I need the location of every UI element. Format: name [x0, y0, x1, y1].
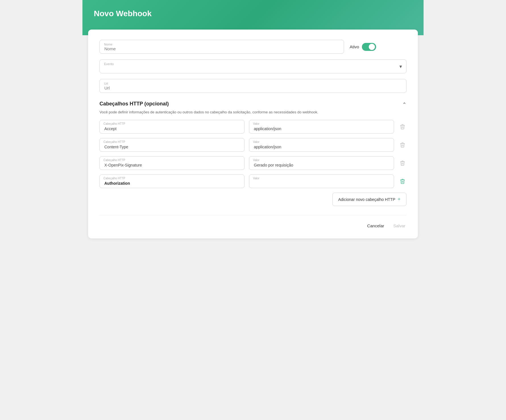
header-key-input-2[interactable] — [99, 138, 244, 152]
header-key-input-3[interactable] — [99, 156, 244, 170]
header-value-input-4[interactable] — [249, 174, 394, 188]
header-row-3: Cabeçalho HTTP Valor — [99, 156, 407, 170]
trash-icon-3 — [400, 160, 405, 166]
header-value-input-3[interactable] — [249, 156, 394, 170]
active-toggle[interactable] — [362, 43, 376, 51]
add-header-label: Adicionar novo cabeçalho HTTP — [338, 197, 395, 202]
header-value-1: Valor — [249, 120, 394, 134]
trash-icon-2 — [400, 142, 405, 148]
header-row-2: Cabeçalho HTTP Valor — [99, 138, 407, 152]
save-button[interactable]: Salvar — [392, 221, 407, 230]
http-headers-section: Cabeçalhos HTTP (opcional) ⌃ Você pode d… — [99, 101, 407, 206]
page-title: Novo Webhook — [94, 9, 412, 18]
url-field-row: Url — [99, 79, 407, 93]
delete-button-2[interactable] — [399, 141, 407, 149]
header-row-1: Cabeçalho HTTP Valor — [99, 120, 407, 134]
trash-icon-1 — [400, 124, 405, 130]
name-field-row: Nome Ativo — [99, 40, 407, 54]
header-key-input-1[interactable] — [99, 120, 244, 134]
header-value-4: Valor — [249, 174, 394, 188]
trash-icon-4 — [400, 178, 405, 184]
evento-field-row: Evento ▾ — [99, 59, 407, 73]
url-input[interactable] — [99, 79, 407, 93]
header-key-4: Cabeçalho HTTP — [99, 174, 244, 188]
evento-select[interactable] — [99, 59, 407, 73]
header-value-input-2[interactable] — [249, 138, 394, 152]
http-headers-title: Cabeçalhos HTTP (opcional) — [99, 101, 169, 107]
active-toggle-section: Ativo — [350, 43, 376, 51]
delete-button-4[interactable] — [399, 177, 407, 185]
name-input[interactable] — [99, 40, 344, 54]
active-label: Ativo — [350, 44, 359, 49]
header-value-3: Valor — [249, 156, 394, 170]
header-row-4: Cabeçalho HTTP Valor — [99, 174, 407, 188]
header-key-2: Cabeçalho HTTP — [99, 138, 244, 152]
delete-button-1[interactable] — [399, 123, 407, 131]
header-key-input-4[interactable] — [99, 174, 244, 188]
cancel-button[interactable]: Cancelar — [366, 221, 385, 230]
add-header-button[interactable]: Adicionar novo cabeçalho HTTP + — [332, 193, 407, 206]
main-card: Nome Ativo Evento ▾ — [88, 30, 418, 238]
header-key-3: Cabeçalho HTTP — [99, 156, 244, 170]
header-value-2: Valor — [249, 138, 394, 152]
delete-button-3[interactable] — [399, 159, 407, 167]
header-value-input-1[interactable] — [249, 120, 394, 134]
chevron-up-icon[interactable]: ⌃ — [402, 101, 407, 108]
http-headers-desc: Você pode definir informações de autenti… — [99, 110, 407, 114]
plus-icon: + — [397, 196, 401, 202]
header-key-1: Cabeçalho HTTP — [99, 120, 244, 134]
card-footer: Cancelar Salvar — [99, 215, 407, 230]
